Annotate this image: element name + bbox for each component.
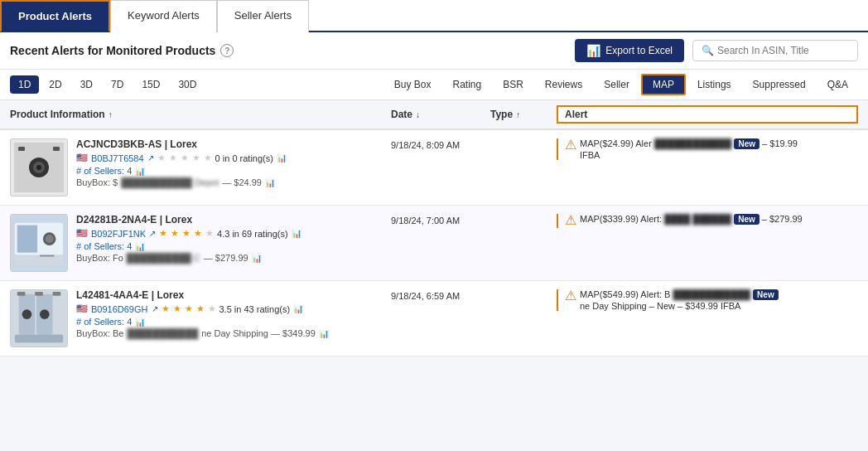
help-icon[interactable]: ? [220,44,234,57]
col-header-alert: Alert [557,105,858,124]
sort-up-icon-type[interactable]: ↑ [516,110,520,119]
alert-cell: ⚠ MAP($339.99) Alert: ████ ██████ New – … [557,214,858,228]
star-empty-3: ★ [181,153,189,163]
buybox-info: BuyBox: Be ███████████ ne Day Shipping —… [76,328,329,338]
product-name: L42481-4AA4-E | Lorex [76,289,329,301]
flag-icon: 🇺🇸 [76,303,88,314]
product-cell: D24281B-2NA4-E | Lorex 🇺🇸 B092FJF1NK ↗ ★… [10,214,391,272]
svg-point-10 [46,235,54,243]
period-tab-2d[interactable]: 2D [41,75,70,94]
star-empty-2: ★ [169,153,177,163]
col-header-date: Date ↓ [391,105,490,124]
type-tab-reviews[interactable]: Reviews [535,75,592,94]
product-image [10,214,68,272]
star-empty-4: ★ [192,153,200,163]
type-tab-suppressed[interactable]: Suppressed [743,75,816,94]
type-tab-qa[interactable]: Q&A [817,75,858,94]
bar-chart-icon[interactable]: 📊 [292,229,301,238]
period-tab-3d[interactable]: 3D [72,75,101,94]
period-tab-15d[interactable]: 15D [133,75,168,94]
alert-cell: ⚠ MAP($549.99) Alert: B ████████████ New… [557,289,858,311]
svg-rect-8 [17,226,37,253]
date-cell: 9/18/24, 6:59 AM [391,289,490,301]
period-tab-7d[interactable]: 7D [103,75,132,94]
tab-seller-alerts[interactable]: Seller Alerts [217,0,309,32]
tab-product-alerts[interactable]: Product Alerts [0,0,110,32]
svg-rect-19 [17,292,26,296]
star-full-3: ★ [185,303,193,314]
asin-link[interactable]: B092FJF1NK [91,229,146,239]
sellers-label: # of Sellers: 4 [76,241,132,251]
new-badge: New [734,214,760,225]
type-tab-buybox[interactable]: Buy Box [384,75,441,94]
new-badge: New [753,289,779,300]
product-info: L42481-4AA4-E | Lorex 🇺🇸 B0916D69GH ↗ ★ … [76,289,329,338]
alert-warning-icon: ⚠ [565,137,576,153]
type-tab-rating[interactable]: Rating [442,75,491,94]
star-empty-5: ★ [208,303,216,314]
type-tab-map[interactable]: MAP [641,74,686,95]
rating-text: 4.3 in 69 rating(s) [217,229,288,239]
type-tab-listings[interactable]: Listings [687,75,741,94]
alert-cell: ⚠ MAP($24.99) Aler ████████████ New – $1… [557,138,858,160]
export-to-excel-button[interactable]: 📊 Export to Excel [575,39,684,62]
type-tab-seller[interactable]: Seller [594,75,639,94]
star-full-1: ★ [159,228,167,239]
col-header-type: Type ↑ [490,105,557,124]
product-info: ACJNCD3BKB-AS | Lorex 🇺🇸 B0BJ7T6584 ↗ ★ … [76,138,287,187]
type-tab-bsr[interactable]: BSR [493,75,533,94]
excel-icon: 📊 [586,44,600,57]
sort-down-icon[interactable]: ↓ [416,110,420,119]
period-tab-1d[interactable]: 1D [10,75,39,94]
star-full-4: ★ [194,228,202,239]
seller-count: # of Sellers: 4 📊 [76,166,287,176]
buybox-info: BuyBox: Fo ██████████.C — $279.99 📊 [76,253,301,263]
sellers-bar-icon[interactable]: 📊 [135,167,145,176]
product-info: D24281B-2NA4-E | Lorex 🇺🇸 B092FJF1NK ↗ ★… [76,214,301,263]
asin-link[interactable]: B0916D69GH [91,304,148,314]
alert-warning-icon: ⚠ [565,212,576,228]
sort-up-icon[interactable]: ↑ [108,110,113,119]
product-cell: L42481-4AA4-E | Lorex 🇺🇸 B0916D69GH ↗ ★ … [10,289,391,347]
seller-count: # of Sellers: 4 📊 [76,241,301,251]
type-cell [490,138,557,140]
period-tab-30d[interactable]: 30D [170,75,205,94]
svg-rect-5 [53,147,60,151]
tab-keyword-alerts[interactable]: Keyword Alerts [110,0,217,32]
table-row: ACJNCD3BKB-AS | Lorex 🇺🇸 B0BJ7T6584 ↗ ★ … [0,130,868,206]
sellers-label: # of Sellers: 4 [76,317,132,327]
product-cell: ACJNCD3BKB-AS | Lorex 🇺🇸 B0BJ7T6584 ↗ ★ … [10,138,391,196]
star-half-5: ★ [205,228,214,239]
star-full-2: ★ [171,228,179,239]
rating-text: 3.5 in 43 rating(s) [219,304,291,314]
rating-text: 0 in 0 rating(s) [215,153,273,163]
new-badge: New [734,138,760,149]
bar-chart-icon[interactable]: 📊 [277,153,287,162]
star-empty-1: ★ [157,153,166,163]
bar-chart-icon[interactable]: 📊 [293,304,303,313]
buybox-bar-icon[interactable]: 📊 [265,178,275,187]
date-cell: 9/18/24, 7:00 AM [391,214,490,226]
svg-rect-16 [15,334,63,342]
sellers-bar-icon[interactable]: 📊 [135,318,145,327]
product-name: D24281B-2NA4-E | Lorex [76,214,301,226]
svg-rect-12 [15,257,63,265]
table-row: D24281B-2NA4-E | Lorex 🇺🇸 B092FJF1NK ↗ ★… [0,206,868,281]
svg-rect-4 [18,147,25,151]
table-row: L42481-4AA4-E | Lorex 🇺🇸 B0916D69GH ↗ ★ … [0,281,868,356]
external-link-icon[interactable]: ↗ [147,153,154,162]
type-cell [490,289,557,291]
product-asin-row: 🇺🇸 B0916D69GH ↗ ★ ★ ★ ★ ★ 3.5 in 43 rati… [76,303,329,314]
sellers-bar-icon[interactable]: 📊 [135,242,145,251]
svg-point-17 [22,309,32,319]
external-link-icon[interactable]: ↗ [149,229,156,238]
asin-link[interactable]: B0BJ7T6584 [91,153,144,163]
buybox-bar-icon[interactable]: 📊 [319,329,329,338]
flag-icon: 🇺🇸 [76,228,88,239]
external-link-icon[interactable]: ↗ [152,304,158,313]
buybox-bar-icon[interactable]: 📊 [252,254,262,263]
star-empty-5: ★ [204,153,212,163]
buybox-info: BuyBox: $ ███████████ Depot — $24.99 📊 [76,177,287,187]
search-input[interactable] [717,45,841,56]
col-header-product: Product Information ↑ [10,105,391,124]
